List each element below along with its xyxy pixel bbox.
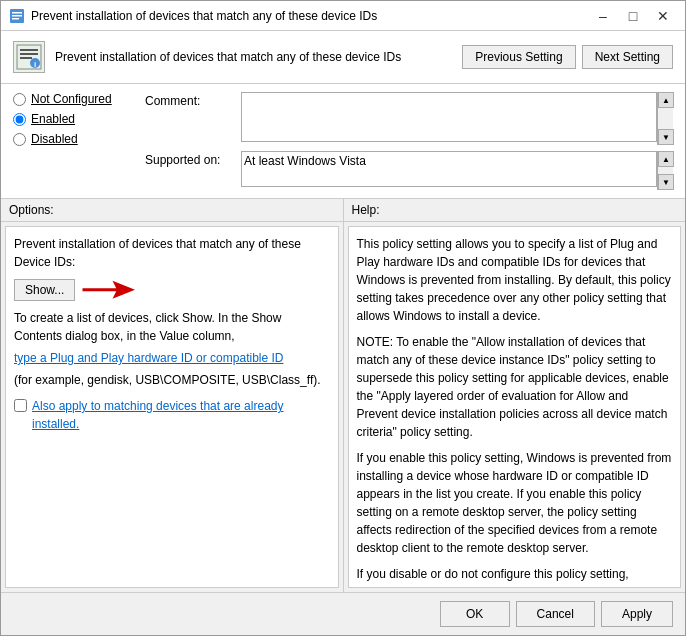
options-instructions2: type a Plug and Play hardware ID or comp…	[14, 349, 330, 367]
svg-marker-10	[83, 281, 136, 299]
comment-textarea[interactable]	[241, 92, 657, 142]
options-help-section: Options: Prevent installation of devices…	[1, 199, 685, 593]
header-section: i Prevent installation of devices that m…	[1, 31, 685, 84]
red-arrow-icon	[75, 275, 135, 305]
supported-scroll-up[interactable]: ▲	[658, 151, 674, 167]
window-title: Prevent installation of devices that mat…	[31, 9, 589, 23]
settings-section: Not Configured Enabled Disabled Comment:…	[1, 84, 685, 199]
minimize-button[interactable]: –	[589, 5, 617, 27]
comment-scrollbar[interactable]: ▲ ▼	[657, 92, 673, 145]
svg-rect-2	[12, 15, 22, 17]
options-content: Prevent installation of devices that mat…	[5, 226, 339, 588]
help-paragraph-3: If you enable this policy setting, Windo…	[357, 449, 673, 557]
supported-wrapper: ▲ ▼	[241, 151, 673, 190]
close-button[interactable]: ✕	[649, 5, 677, 27]
supported-textarea[interactable]	[241, 151, 657, 187]
disabled-option[interactable]: Disabled	[13, 132, 133, 146]
disabled-label: Disabled	[31, 132, 78, 146]
supported-scroll-down[interactable]: ▼	[658, 174, 674, 190]
not-configured-label: Not Configured	[31, 92, 112, 106]
comment-label: Comment:	[145, 92, 235, 108]
help-paragraph-2: NOTE: To enable the "Allow installation …	[357, 333, 673, 441]
scroll-down-arrow[interactable]: ▼	[658, 129, 674, 145]
enabled-label: Enabled	[31, 112, 75, 126]
show-button[interactable]: Show...	[14, 279, 75, 301]
maximize-button[interactable]: □	[619, 5, 647, 27]
cancel-button[interactable]: Cancel	[516, 601, 595, 627]
window-icon	[9, 8, 25, 24]
show-arrow-container: Show...	[14, 275, 330, 305]
enabled-radio[interactable]	[13, 113, 26, 126]
also-apply-row: Also apply to matching devices that are …	[14, 397, 330, 433]
header-title: Prevent installation of devices that mat…	[55, 50, 462, 64]
footer-section: OK Cancel Apply	[1, 593, 685, 635]
disabled-radio[interactable]	[13, 133, 26, 146]
help-paragraph-1: This policy setting allows you to specif…	[357, 235, 673, 325]
policy-icon: i	[13, 41, 45, 73]
not-configured-radio[interactable]	[13, 93, 26, 106]
options-instructions3: (for example, gendisk, USB\COMPOSITE, US…	[14, 371, 330, 389]
options-pane: Options: Prevent installation of devices…	[1, 199, 344, 592]
also-apply-label[interactable]: Also apply to matching devices that are …	[32, 397, 330, 433]
radio-group: Not Configured Enabled Disabled	[13, 92, 133, 190]
svg-rect-7	[20, 57, 32, 59]
help-content: This policy setting allows you to specif…	[348, 226, 682, 588]
help-pane: Help: This policy setting allows you to …	[344, 199, 686, 592]
supported-row: Supported on: ▲ ▼	[145, 151, 673, 190]
options-instructions1: To create a list of devices, click Show.…	[14, 309, 330, 345]
comment-wrapper: ▲ ▼	[241, 92, 673, 145]
supported-label: Supported on:	[145, 151, 235, 167]
help-paragraph-4: If you disable or do not configure this …	[357, 565, 673, 588]
ok-button[interactable]: OK	[440, 601, 510, 627]
title-bar: Prevent installation of devices that mat…	[1, 1, 685, 31]
also-apply-checkbox[interactable]	[14, 399, 27, 412]
comment-supported: Comment: ▲ ▼ Supported on: ▲ ▼	[145, 92, 673, 190]
svg-rect-5	[20, 49, 38, 51]
next-setting-button[interactable]: Next Setting	[582, 45, 673, 69]
window-controls: – □ ✕	[589, 5, 677, 27]
apply-button[interactable]: Apply	[601, 601, 673, 627]
not-configured-option[interactable]: Not Configured	[13, 92, 133, 106]
supported-scrollbar[interactable]: ▲ ▼	[657, 151, 673, 190]
enabled-option[interactable]: Enabled	[13, 112, 133, 126]
header-buttons: Previous Setting Next Setting	[462, 45, 673, 69]
main-window: Prevent installation of devices that mat…	[0, 0, 686, 636]
previous-setting-button[interactable]: Previous Setting	[462, 45, 575, 69]
svg-rect-6	[20, 53, 38, 55]
help-text-container: This policy setting allows you to specif…	[357, 235, 673, 588]
svg-text:i: i	[34, 60, 36, 69]
options-header: Options:	[1, 199, 343, 222]
scroll-up-arrow[interactable]: ▲	[658, 92, 674, 108]
svg-rect-3	[12, 18, 19, 20]
comment-row: Comment: ▲ ▼	[145, 92, 673, 145]
help-header: Help:	[344, 199, 686, 222]
options-description: Prevent installation of devices that mat…	[14, 235, 330, 271]
svg-rect-1	[12, 12, 22, 14]
